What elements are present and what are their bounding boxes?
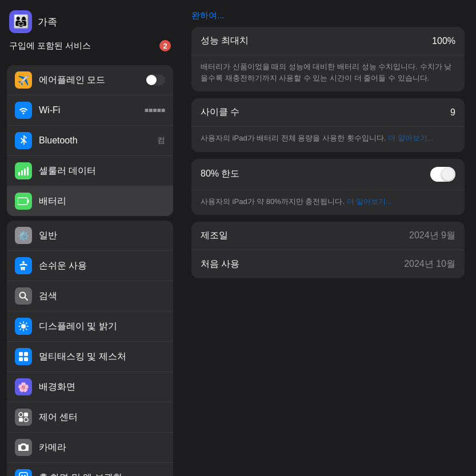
svg-rect-1 (21, 170, 23, 175)
sidebar-item-bluetooth[interactable]: Bluetooth 컴 (7, 126, 173, 156)
camera-icon (15, 439, 32, 456)
family-label: 가족 (38, 15, 57, 29)
sidebar-item-accessibility[interactable]: 손쉬운 사용 (7, 251, 173, 281)
svg-line-16 (26, 329, 27, 330)
first-use-row: 처음 사용 2024년 10월 (191, 250, 465, 278)
multitasking-label: 멀티태스킹 및 제스처 (39, 351, 165, 363)
sidebar-item-airplane[interactable]: ✈️ 에어플레인 모드 (7, 65, 173, 95)
svg-rect-23 (19, 413, 23, 417)
svg-line-18 (26, 323, 27, 324)
sidebar-scroll: ✈️ 에어플레인 모드 Wi-Fi ■■■■■ (0, 61, 180, 476)
cycle-learn-more-link[interactable]: 더 알아보기... (388, 134, 433, 142)
svg-rect-2 (24, 169, 26, 175)
wifi-icon (15, 102, 32, 119)
sidebar-item-display[interactable]: 디스플레이 및 밝기 (7, 311, 173, 342)
svg-rect-22 (24, 357, 28, 361)
svg-rect-24 (24, 413, 28, 417)
svg-rect-27 (19, 473, 27, 476)
battery-icon (15, 193, 32, 210)
airplane-toggle-knob (146, 75, 157, 85)
purchase-badge: 2 (159, 40, 171, 51)
cycle-description: 사용자의 iPad가 배터리 전체 용량을 사용한 횟수입니다. 더 알아보기.… (191, 127, 465, 152)
cellular-icon (15, 162, 32, 179)
svg-rect-26 (24, 418, 28, 422)
cycle-value: 9 (450, 107, 455, 118)
sidebar-item-control-center[interactable]: 제어 센터 (7, 402, 173, 433)
svg-rect-21 (19, 357, 23, 361)
control-center-icon (15, 409, 32, 426)
family-icon: 👨‍👩‍👧 (9, 10, 32, 33)
date-card: 제조일 2024년 9월 처음 사용 2024년 10월 (191, 222, 465, 278)
first-use-value: 2024년 10월 (404, 258, 455, 270)
sidebar-item-battery[interactable]: 배터리 (7, 186, 173, 216)
svg-rect-25 (19, 418, 23, 422)
performance-value: 100% (432, 36, 455, 46)
wallpaper-label: 배경화면 (39, 381, 165, 393)
limit-card: 80% 한도 사용자의 iPad가 약 80%까지만 충전됩니다. 더 알아보기… (191, 159, 465, 215)
sidebar-item-search[interactable]: 검색 (7, 281, 173, 311)
display-label: 디스플레이 및 밝기 (39, 321, 165, 333)
cycle-title: 사이클 수 (201, 106, 239, 118)
wifi-label: Wi-Fi (39, 105, 138, 115)
performance-title: 성능 최대치 (201, 35, 249, 47)
control-center-label: 제어 센터 (39, 411, 165, 423)
homescreen-icon (15, 469, 32, 476)
limit-title: 80% 한도 (201, 168, 239, 180)
svg-point-10 (21, 324, 26, 329)
sidebar-item-cellular[interactable]: 셀룰러 데이터 (7, 156, 173, 186)
svg-line-15 (20, 323, 21, 324)
svg-point-7 (22, 261, 25, 263)
performance-card: 성능 최대치 100% 배터리가 신품이었을 때의 성능에 대비한 배터리 성능… (191, 27, 465, 91)
svg-rect-0 (18, 172, 20, 175)
cellular-label: 셀룰러 데이터 (39, 165, 165, 177)
accessibility-icon (15, 257, 32, 274)
sidebar: 👨‍👩‍👧 가족 구입에 포함된 서비스 2 ✈️ 에어플레인 모드 (0, 0, 180, 476)
performance-row: 성능 최대치 100% (191, 27, 465, 55)
limit-description: 사용자의 iPad가 약 80%까지만 충전됩니다. 더 알아보기... (191, 190, 465, 215)
svg-line-9 (25, 298, 28, 301)
limit-row: 80% 한도 (191, 159, 465, 190)
svg-line-17 (20, 329, 21, 330)
accessibility-label: 손쉬운 사용 (39, 260, 165, 272)
bluetooth-label: Bluetooth (39, 135, 150, 146)
search-settings-icon (15, 287, 32, 305)
content-panel: 완하여... 성능 최대치 100% 배터리가 신품이었을 때의 성능에 대비한… (180, 0, 476, 476)
svg-rect-19 (19, 352, 23, 356)
top-link[interactable]: 완하여... (191, 6, 465, 27)
purchase-label: 구입에 포함된 서비스 (9, 41, 91, 51)
sidebar-top: 👨‍👩‍👧 가족 구입에 포함된 서비스 2 (0, 0, 180, 61)
limit-description-text: 사용자의 iPad가 약 80%까지만 충전됩니다. 더 알아보기... (201, 196, 455, 207)
general-group: ⚙️ 일반 손쉬운 사용 (7, 221, 173, 476)
cycle-card: 사이클 수 9 사용자의 iPad가 배터리 전체 용량을 사용한 횟수입니다.… (191, 98, 465, 152)
sidebar-item-multitasking[interactable]: 멀티태스킹 및 제스처 (7, 342, 173, 372)
battery-label: 배터리 (39, 195, 165, 207)
purchase-row[interactable]: 구입에 포함된 서비스 2 (9, 37, 171, 55)
sidebar-item-wallpaper[interactable]: 🌸 배경화면 (7, 372, 173, 402)
wifi-value: ■■■■■ (145, 106, 165, 114)
manufacture-value: 2024년 9월 (409, 230, 455, 242)
manufacture-label: 제조일 (201, 230, 228, 242)
airplane-label: 에어플레인 모드 (39, 74, 139, 86)
sidebar-item-homescreen[interactable]: 홈 화면 및 앱 보관함 (7, 463, 173, 476)
bluetooth-value: 컴 (157, 135, 165, 146)
airplane-toggle[interactable] (146, 74, 165, 86)
family-row[interactable]: 👨‍👩‍👧 가족 (9, 7, 171, 37)
first-use-label: 처음 사용 (201, 258, 239, 270)
sidebar-item-general[interactable]: ⚙️ 일반 (7, 221, 173, 251)
limit-toggle-knob (442, 168, 454, 181)
limit-toggle[interactable] (430, 167, 455, 182)
wallpaper-icon: 🌸 (15, 378, 32, 395)
sidebar-item-wifi[interactable]: Wi-Fi ■■■■■ (7, 95, 173, 126)
cycle-description-text: 사용자의 iPad가 배터리 전체 용량을 사용한 횟수입니다. 더 알아보기.… (201, 133, 455, 144)
svg-rect-3 (27, 167, 29, 175)
performance-description: 배터리가 신품이었을 때의 성능에 대비한 배터리 성능 수치입니다. 수치가 … (191, 55, 465, 91)
svg-rect-6 (19, 199, 26, 203)
multitasking-icon (15, 348, 32, 365)
limit-learn-more-link[interactable]: 더 알아보기... (347, 197, 392, 206)
connectivity-group: ✈️ 에어플레인 모드 Wi-Fi ■■■■■ (7, 65, 173, 216)
general-label: 일반 (39, 230, 165, 242)
bluetooth-icon (15, 132, 32, 149)
display-icon (15, 318, 32, 335)
sidebar-item-camera[interactable]: 카메라 (7, 433, 173, 463)
cycle-row: 사이클 수 9 (191, 98, 465, 127)
